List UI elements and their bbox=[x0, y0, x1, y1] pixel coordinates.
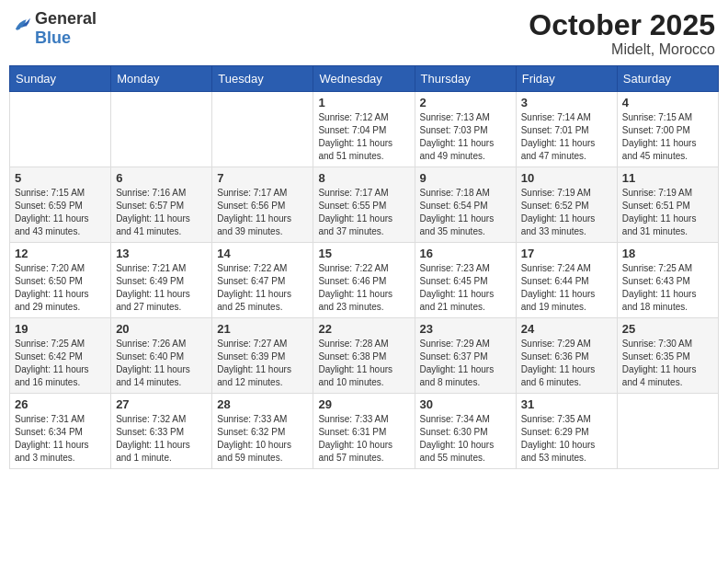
day-number: 6 bbox=[116, 171, 207, 185]
calendar-cell: 7Sunrise: 7:17 AM Sunset: 6:56 PM Daylig… bbox=[212, 167, 313, 243]
calendar-cell: 9Sunrise: 7:18 AM Sunset: 6:54 PM Daylig… bbox=[415, 167, 516, 243]
day-info: Sunrise: 7:30 AM Sunset: 6:35 PM Dayligh… bbox=[622, 338, 713, 389]
calendar-cell: 28Sunrise: 7:33 AM Sunset: 6:32 PM Dayli… bbox=[212, 394, 313, 469]
day-number: 22 bbox=[318, 322, 409, 336]
day-info: Sunrise: 7:23 AM Sunset: 6:45 PM Dayligh… bbox=[420, 262, 511, 314]
calendar-cell bbox=[212, 92, 313, 167]
day-info: Sunrise: 7:33 AM Sunset: 6:32 PM Dayligh… bbox=[217, 413, 308, 465]
day-info: Sunrise: 7:29 AM Sunset: 6:36 PM Dayligh… bbox=[521, 338, 612, 389]
day-info: Sunrise: 7:33 AM Sunset: 6:31 PM Dayligh… bbox=[318, 413, 409, 465]
day-info: Sunrise: 7:25 AM Sunset: 6:42 PM Dayligh… bbox=[15, 338, 106, 389]
day-number: 7 bbox=[217, 171, 308, 185]
day-number: 21 bbox=[217, 322, 308, 336]
calendar-cell: 12Sunrise: 7:20 AM Sunset: 6:50 PM Dayli… bbox=[10, 243, 111, 318]
calendar-cell bbox=[111, 92, 212, 167]
logo-text-general: General bbox=[35, 9, 97, 28]
day-number: 23 bbox=[420, 322, 511, 336]
day-number: 8 bbox=[318, 171, 409, 185]
calendar-cell: 23Sunrise: 7:29 AM Sunset: 6:37 PM Dayli… bbox=[415, 318, 516, 394]
day-number: 16 bbox=[420, 247, 511, 260]
day-number: 1 bbox=[318, 96, 409, 109]
day-info: Sunrise: 7:12 AM Sunset: 7:04 PM Dayligh… bbox=[318, 111, 409, 163]
logo-mark bbox=[13, 17, 33, 40]
calendar-cell: 27Sunrise: 7:32 AM Sunset: 6:33 PM Dayli… bbox=[111, 394, 212, 469]
calendar-cell: 10Sunrise: 7:19 AM Sunset: 6:52 PM Dayli… bbox=[516, 167, 617, 243]
calendar-cell: 13Sunrise: 7:21 AM Sunset: 6:49 PM Dayli… bbox=[111, 243, 212, 318]
day-info: Sunrise: 7:28 AM Sunset: 6:38 PM Dayligh… bbox=[318, 338, 409, 389]
day-number: 3 bbox=[521, 96, 612, 109]
calendar-cell: 15Sunrise: 7:22 AM Sunset: 6:46 PM Dayli… bbox=[313, 243, 415, 318]
calendar-cell: 5Sunrise: 7:15 AM Sunset: 6:59 PM Daylig… bbox=[10, 167, 111, 243]
calendar-cell: 19Sunrise: 7:25 AM Sunset: 6:42 PM Dayli… bbox=[10, 318, 111, 394]
calendar-week-row: 1Sunrise: 7:12 AM Sunset: 7:04 PM Daylig… bbox=[10, 92, 719, 167]
day-info: Sunrise: 7:15 AM Sunset: 6:59 PM Dayligh… bbox=[15, 187, 106, 238]
calendar-cell: 22Sunrise: 7:28 AM Sunset: 6:38 PM Dayli… bbox=[313, 318, 415, 394]
weekday-header-thursday: Thursday bbox=[415, 66, 516, 92]
day-info: Sunrise: 7:26 AM Sunset: 6:40 PM Dayligh… bbox=[116, 338, 207, 389]
day-info: Sunrise: 7:19 AM Sunset: 6:52 PM Dayligh… bbox=[521, 187, 612, 238]
day-info: Sunrise: 7:16 AM Sunset: 6:57 PM Dayligh… bbox=[116, 187, 207, 238]
day-number: 24 bbox=[521, 322, 612, 336]
month-title: October 2025 bbox=[529, 9, 715, 41]
day-info: Sunrise: 7:32 AM Sunset: 6:33 PM Dayligh… bbox=[116, 413, 207, 465]
day-number: 13 bbox=[116, 247, 207, 260]
logo-text-blue: Blue bbox=[35, 29, 71, 47]
calendar-cell: 6Sunrise: 7:16 AM Sunset: 6:57 PM Daylig… bbox=[111, 167, 212, 243]
day-info: Sunrise: 7:18 AM Sunset: 6:54 PM Dayligh… bbox=[420, 187, 511, 238]
day-number: 14 bbox=[217, 247, 308, 260]
calendar-cell: 31Sunrise: 7:35 AM Sunset: 6:29 PM Dayli… bbox=[516, 394, 617, 469]
day-info: Sunrise: 7:21 AM Sunset: 6:49 PM Dayligh… bbox=[116, 262, 207, 314]
weekday-header-friday: Friday bbox=[516, 66, 617, 92]
calendar-cell: 30Sunrise: 7:34 AM Sunset: 6:30 PM Dayli… bbox=[415, 394, 516, 469]
day-number: 27 bbox=[116, 397, 207, 411]
calendar-cell: 4Sunrise: 7:15 AM Sunset: 7:00 PM Daylig… bbox=[617, 92, 718, 167]
calendar-week-row: 26Sunrise: 7:31 AM Sunset: 6:34 PM Dayli… bbox=[10, 394, 719, 469]
calendar-cell bbox=[10, 92, 111, 167]
day-number: 15 bbox=[318, 247, 409, 260]
calendar-cell: 29Sunrise: 7:33 AM Sunset: 6:31 PM Dayli… bbox=[313, 394, 415, 469]
calendar-cell: 1Sunrise: 7:12 AM Sunset: 7:04 PM Daylig… bbox=[313, 92, 415, 167]
weekday-header-tuesday: Tuesday bbox=[212, 66, 313, 92]
day-number: 10 bbox=[521, 171, 612, 185]
weekday-header-monday: Monday bbox=[111, 66, 212, 92]
logo: General Blue bbox=[13, 9, 97, 48]
day-number: 26 bbox=[15, 397, 106, 411]
page-header: General Blue October 2025 Midelt, Morocc… bbox=[9, 9, 719, 58]
day-number: 29 bbox=[318, 397, 409, 411]
location-title: Midelt, Morocco bbox=[529, 41, 715, 58]
calendar-week-row: 5Sunrise: 7:15 AM Sunset: 6:59 PM Daylig… bbox=[10, 167, 719, 243]
day-number: 5 bbox=[15, 171, 106, 185]
calendar-cell: 14Sunrise: 7:22 AM Sunset: 6:47 PM Dayli… bbox=[212, 243, 313, 318]
day-number: 25 bbox=[622, 322, 713, 336]
calendar-cell: 20Sunrise: 7:26 AM Sunset: 6:40 PM Dayli… bbox=[111, 318, 212, 394]
calendar-week-row: 12Sunrise: 7:20 AM Sunset: 6:50 PM Dayli… bbox=[10, 243, 719, 318]
calendar-cell: 21Sunrise: 7:27 AM Sunset: 6:39 PM Dayli… bbox=[212, 318, 313, 394]
day-number: 9 bbox=[420, 171, 511, 185]
day-info: Sunrise: 7:14 AM Sunset: 7:01 PM Dayligh… bbox=[521, 111, 612, 163]
day-info: Sunrise: 7:22 AM Sunset: 6:47 PM Dayligh… bbox=[217, 262, 308, 314]
calendar-cell: 24Sunrise: 7:29 AM Sunset: 6:36 PM Dayli… bbox=[516, 318, 617, 394]
calendar-table: SundayMondayTuesdayWednesdayThursdayFrid… bbox=[9, 65, 719, 469]
day-number: 2 bbox=[420, 96, 511, 109]
calendar-cell: 17Sunrise: 7:24 AM Sunset: 6:44 PM Dayli… bbox=[516, 243, 617, 318]
calendar-cell: 26Sunrise: 7:31 AM Sunset: 6:34 PM Dayli… bbox=[10, 394, 111, 469]
day-info: Sunrise: 7:35 AM Sunset: 6:29 PM Dayligh… bbox=[521, 413, 612, 465]
calendar-cell: 8Sunrise: 7:17 AM Sunset: 6:55 PM Daylig… bbox=[313, 167, 415, 243]
day-info: Sunrise: 7:22 AM Sunset: 6:46 PM Dayligh… bbox=[318, 262, 409, 314]
day-info: Sunrise: 7:19 AM Sunset: 6:51 PM Dayligh… bbox=[622, 187, 713, 238]
calendar-cell: 11Sunrise: 7:19 AM Sunset: 6:51 PM Dayli… bbox=[617, 167, 718, 243]
weekday-header-wednesday: Wednesday bbox=[313, 66, 415, 92]
day-number: 28 bbox=[217, 397, 308, 411]
day-info: Sunrise: 7:29 AM Sunset: 6:37 PM Dayligh… bbox=[420, 338, 511, 389]
calendar-cell: 25Sunrise: 7:30 AM Sunset: 6:35 PM Dayli… bbox=[617, 318, 718, 394]
day-info: Sunrise: 7:24 AM Sunset: 6:44 PM Dayligh… bbox=[521, 262, 612, 314]
day-number: 11 bbox=[622, 171, 713, 185]
day-number: 18 bbox=[622, 247, 713, 260]
day-number: 17 bbox=[521, 247, 612, 260]
day-number: 30 bbox=[420, 397, 511, 411]
calendar-header-row: SundayMondayTuesdayWednesdayThursdayFrid… bbox=[10, 66, 719, 92]
day-info: Sunrise: 7:13 AM Sunset: 7:03 PM Dayligh… bbox=[420, 111, 511, 163]
calendar-cell: 16Sunrise: 7:23 AM Sunset: 6:45 PM Dayli… bbox=[415, 243, 516, 318]
day-number: 31 bbox=[521, 397, 612, 411]
day-info: Sunrise: 7:27 AM Sunset: 6:39 PM Dayligh… bbox=[217, 338, 308, 389]
